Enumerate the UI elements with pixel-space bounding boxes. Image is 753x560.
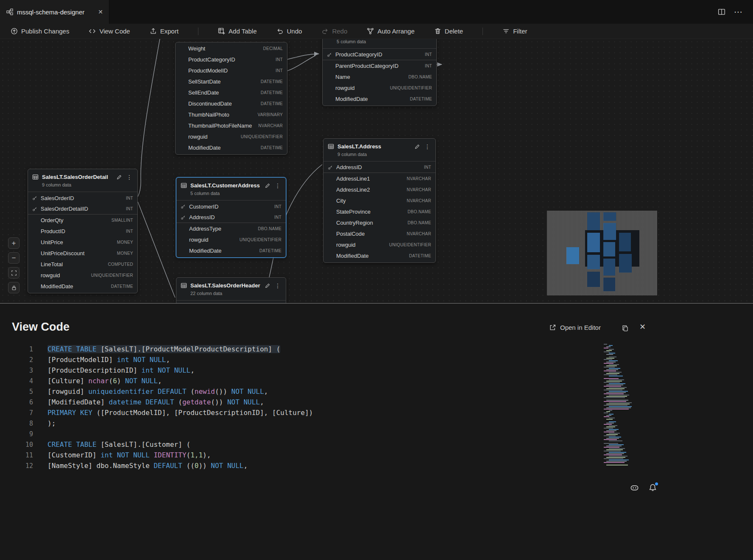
- view-code-button[interactable]: View Code: [89, 28, 130, 35]
- code-line-11[interactable]: 11[CustomerID] int NOT NULL IDENTITY(1,1…: [0, 450, 313, 460]
- table-row-rowguid[interactable]: rowguidUNIQUEIDENTIFIER: [323, 82, 436, 93]
- sql-code-editor[interactable]: 1CREATE TABLE [SalesLT].[ProductModelPro…: [0, 344, 313, 471]
- code-line-3[interactable]: 3[ProductDescriptionID] int NOT NULL,: [0, 365, 313, 376]
- redo-button[interactable]: Redo: [321, 28, 347, 35]
- primary-key-icon: [181, 215, 189, 220]
- fit-view-button[interactable]: [8, 267, 20, 279]
- table-row-Name[interactable]: NameDBO.NAME: [323, 71, 436, 82]
- close-panel-icon[interactable]: ✕: [639, 322, 646, 332]
- notifications-bell-icon[interactable]: [648, 483, 657, 492]
- edit-table-icon[interactable]: [265, 283, 271, 289]
- code-line-10[interactable]: 10CREATE TABLE [SalesLT].[Customer] (: [0, 439, 313, 450]
- table-card-address[interactable]: SalesLT.Address⋮9 column dataAddressIDIN…: [323, 138, 436, 263]
- publish-changes-button[interactable]: Publish Changes: [11, 28, 69, 35]
- diagram-minimap[interactable]: [547, 211, 657, 295]
- export-button[interactable]: Export: [150, 28, 178, 35]
- column-type: NVARCHAR: [258, 123, 283, 128]
- table-row-AddressLine2[interactable]: AddressLine2NVARCHAR: [324, 184, 435, 195]
- export-icon: [150, 28, 157, 35]
- table-row-ProductModelID[interactable]: ProductModelIDINT: [176, 65, 287, 76]
- table-row-ProductCategoryID[interactable]: ProductCategoryIDINT: [176, 54, 287, 65]
- table-row-rowguid[interactable]: rowguidUNIQUEIDENTIFIER: [176, 131, 287, 142]
- code-minimap[interactable]: [604, 344, 632, 469]
- add-table-button[interactable]: Add Table: [218, 28, 257, 35]
- auto-arrange-label: Auto Arrange: [377, 28, 415, 35]
- table-row-AddressType[interactable]: AddressTypeDBO.NAME: [176, 223, 286, 234]
- table-row-AddressID[interactable]: AddressIDINT: [324, 162, 435, 173]
- tab-close-icon[interactable]: ✕: [96, 8, 105, 16]
- table-card-product-category[interactable]: ⋮5 column dataProductCategoryIDINTParent…: [322, 39, 437, 106]
- table-row-ThumbnailPhotoFileName[interactable]: ThumbnailPhotoFileNameNVARCHAR: [176, 120, 287, 131]
- table-row-CustomerID[interactable]: CustomerIDINT: [176, 201, 286, 212]
- table-row-SalesOrderDetailID[interactable]: SalesOrderDetailIDINT: [28, 203, 137, 215]
- table-more-icon[interactable]: ⋮: [274, 282, 282, 289]
- copilot-icon[interactable]: [630, 483, 639, 492]
- table-row-StateProvince[interactable]: StateProvinceDBO.NAME: [324, 206, 435, 217]
- table-row-UnitPrice[interactable]: UnitPriceMONEY: [28, 237, 137, 248]
- more-actions-icon[interactable]: ⋯: [734, 7, 743, 17]
- copy-icon[interactable]: [622, 325, 629, 332]
- table-card-customer-address[interactable]: SalesLT.CustomerAddress⋮5 column dataCus…: [176, 177, 286, 258]
- table-row-SellEndDate[interactable]: SellEndDateDATETIME: [176, 87, 287, 98]
- table-row-ModifiedDate[interactable]: ModifiedDateDATETIME: [324, 250, 435, 261]
- table-row-rowguid[interactable]: rowguidUNIQUEIDENTIFIER: [176, 234, 286, 245]
- edit-table-icon[interactable]: [265, 183, 271, 189]
- table-row-SellStartDate[interactable]: SellStartDateDATETIME: [176, 76, 287, 87]
- undo-button[interactable]: Undo: [276, 28, 302, 35]
- lock-button[interactable]: [8, 282, 20, 293]
- auto-arrange-button[interactable]: Auto Arrange: [367, 28, 415, 35]
- table-row-SalesOrderID[interactable]: SalesOrderIDINT: [28, 192, 137, 203]
- table-row-Weight[interactable]: WeightDECIMAL: [176, 43, 287, 54]
- filter-button[interactable]: Filter: [502, 28, 527, 35]
- code-line-2[interactable]: 2[ProductModelID] int NOT NULL,: [0, 354, 313, 365]
- code-line-9[interactable]: 9: [0, 429, 313, 439]
- column-name: ModifiedDate: [189, 248, 256, 254]
- edit-table-icon[interactable]: [414, 144, 420, 150]
- minimap-node: [603, 278, 615, 291]
- code-text: [ModifiedDate] datetime DEFAULT (getdate…: [47, 398, 264, 406]
- zoom-in-button[interactable]: +: [8, 237, 20, 249]
- table-row-ModifiedDate[interactable]: ModifiedDateDATETIME: [176, 142, 287, 153]
- code-line-6[interactable]: 6[ModifiedDate] datetime DEFAULT (getdat…: [0, 397, 313, 407]
- table-row-ParentProductCategoryID[interactable]: ParentProductCategoryIDINT: [323, 60, 436, 71]
- code-line-8[interactable]: 8);: [0, 418, 313, 429]
- table-row-ThumbNailPhoto[interactable]: ThumbNailPhotoVARBINARY: [176, 109, 287, 120]
- column-name: rowguid: [189, 237, 236, 243]
- table-more-icon[interactable]: ⋮: [126, 174, 133, 181]
- table-row-ProductCategoryID[interactable]: ProductCategoryIDINT: [323, 49, 436, 60]
- split-editor-icon[interactable]: [718, 8, 725, 16]
- tab-mssql-schema-designer[interactable]: mssql-schema-designer ✕: [0, 0, 109, 24]
- table-row-DiscontinuedDate[interactable]: DiscontinuedDateDATETIME: [176, 98, 287, 109]
- table-card-header: SalesLT.SalesOrderDetail⋮9 column data: [28, 169, 137, 192]
- table-row-LineTotal[interactable]: LineTotalCOMPUTED: [28, 259, 137, 270]
- table-card-sales-order-detail[interactable]: SalesLT.SalesOrderDetail⋮9 column dataSa…: [28, 169, 138, 293]
- table-row-City[interactable]: CityNVARCHAR: [324, 195, 435, 206]
- zoom-out-button[interactable]: −: [8, 252, 20, 264]
- table-row-ModifiedDate[interactable]: ModifiedDateDATETIME: [323, 93, 436, 104]
- table-row-ModifiedDate[interactable]: ModifiedDateDATETIME: [28, 281, 137, 292]
- open-in-editor-button[interactable]: Open in Editor: [549, 324, 601, 331]
- table-row-AddressID[interactable]: AddressIDINT: [176, 212, 286, 223]
- table-row-CountryRegion[interactable]: CountryRegionDBO.NAME: [324, 217, 435, 228]
- schema-canvas[interactable]: WeightDECIMALProductCategoryIDINTProduct…: [0, 39, 753, 303]
- table-row-UnitPriceDiscount[interactable]: UnitPriceDiscountMONEY: [28, 248, 137, 259]
- table-more-icon[interactable]: ⋮: [424, 143, 431, 150]
- code-line-5[interactable]: 5[rowguid] uniqueidentifier DEFAULT (new…: [0, 386, 313, 397]
- table-row-PostalCode[interactable]: PostalCodeNVARCHAR: [324, 228, 435, 239]
- table-row-ModifiedDate[interactable]: ModifiedDateDATETIME: [176, 245, 286, 256]
- table-card-product[interactable]: WeightDECIMALProductCategoryIDINTProduct…: [175, 42, 287, 155]
- table-row-rowguid[interactable]: rowguidUNIQUEIDENTIFIER: [324, 239, 435, 250]
- edit-table-icon[interactable]: [116, 174, 122, 180]
- table-row-OrderQty[interactable]: OrderQtySMALLINT: [28, 215, 137, 226]
- code-line-4[interactable]: 4[Culture] nchar(6) NOT NULL,: [0, 376, 313, 386]
- column-type: INT: [126, 229, 133, 234]
- table-row-rowguid[interactable]: rowguidUNIQUEIDENTIFIER: [28, 270, 137, 281]
- delete-button[interactable]: Delete: [434, 28, 463, 35]
- code-line-1[interactable]: 1CREATE TABLE [SalesLT].[ProductModelPro…: [0, 344, 313, 354]
- code-line-12[interactable]: 12[NameStyle] dbo.NameStyle DEFAULT ((0)…: [0, 460, 313, 471]
- table-row-AddressLine1[interactable]: AddressLine1NVARCHAR: [324, 173, 435, 184]
- table-more-icon[interactable]: ⋮: [274, 182, 282, 189]
- table-card-sales-order-header[interactable]: SalesLT.SalesOrderHeader⋮22 column dataS…: [176, 277, 286, 303]
- code-line-7[interactable]: 7PRIMARY KEY ([ProductModelID], [Product…: [0, 407, 313, 418]
- table-row-ProductID[interactable]: ProductIDINT: [28, 226, 137, 237]
